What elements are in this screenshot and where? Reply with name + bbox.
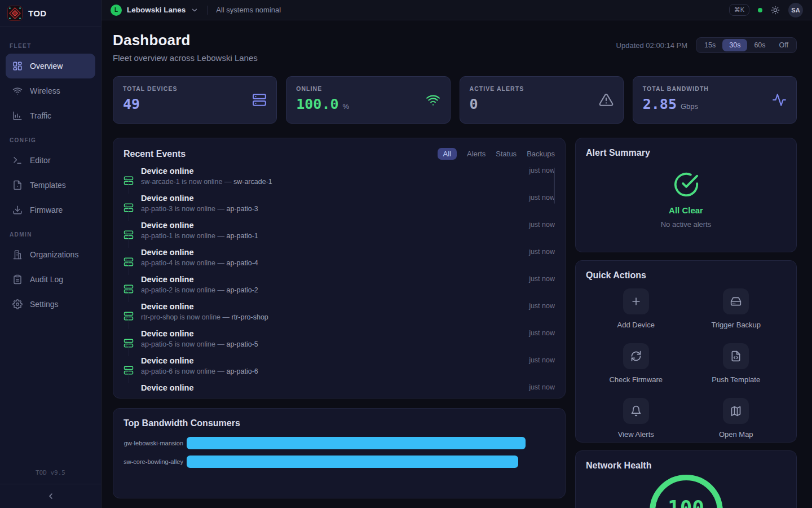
event-row[interactable]: Device online ap-patio-2 is now online —…	[123, 275, 555, 302]
nav-section-label: CONFIG	[10, 137, 91, 143]
action-add-device[interactable]: Add Device	[586, 288, 686, 329]
event-device: ap-patio-2	[226, 286, 258, 294]
tab-all[interactable]: All	[438, 148, 457, 160]
action-open-map[interactable]: Open Map	[686, 398, 787, 439]
tab-status[interactable]: Status	[496, 148, 517, 160]
event-device: sw-arcade-1	[233, 178, 272, 186]
page-title: Dashboard	[113, 32, 258, 49]
sidebar-item-label: Firmware	[30, 205, 63, 214]
recent-events-title: Recent Events	[123, 149, 186, 159]
interval-60s[interactable]: 60s	[747, 39, 772, 51]
event-time: just now	[529, 356, 555, 383]
sidebar-collapse-button[interactable]	[0, 484, 101, 508]
alert-subtext: No active alerts	[661, 220, 712, 229]
server-icon	[123, 357, 134, 383]
event-row[interactable]: Device online ap-patio-4 is now online —…	[123, 248, 555, 275]
action-push-template[interactable]: Push Template	[686, 343, 787, 384]
quick-action-label: Open Map	[719, 430, 753, 439]
server-icon	[123, 276, 134, 302]
alert-summary-panel: Alert Summary All Clear No active alerts	[575, 138, 797, 252]
sidebar-item-templates[interactable]: Templates	[6, 173, 95, 198]
stats-row: TOTAL DEVICES 49 ONLINE 100.0 % ACTIVE A…	[113, 76, 797, 124]
alert-status: All Clear	[669, 205, 703, 215]
event-title: Device online	[141, 383, 522, 391]
sidebar-item-editor[interactable]: Editor	[6, 148, 95, 173]
quick-action-label: Add Device	[617, 321, 655, 329]
sidebar-item-label: Templates	[30, 181, 66, 190]
sidebar-item-settings[interactable]: Settings	[6, 292, 95, 317]
clipboard-icon	[12, 274, 23, 284]
event-row[interactable]: Device online — just now	[123, 383, 555, 391]
chart-icon	[12, 111, 23, 121]
event-row[interactable]: Device online ap-patio-1 is now online —…	[123, 221, 555, 248]
sun-icon[interactable]	[771, 6, 780, 15]
action-view-alerts[interactable]: View Alerts	[586, 398, 686, 439]
server-icon	[123, 303, 134, 329]
interval-15s[interactable]: 15s	[698, 39, 722, 51]
network-health-score: 100	[668, 496, 704, 508]
event-row[interactable]: Device online rtr-pro-shop is now online…	[123, 302, 555, 329]
quick-action-label: Push Template	[712, 375, 760, 384]
org-name: Lebowski Lanes	[127, 6, 186, 14]
event-time: just now	[529, 167, 555, 194]
stat-value: 49	[123, 96, 140, 112]
event-title: Device online	[141, 248, 522, 257]
command-palette-shortcut[interactable]: ⌘K	[729, 4, 749, 16]
stat-card-total-bandwidth: TOTAL BANDWIDTH 2.85 Gbps	[633, 76, 797, 124]
event-row[interactable]: Device online ap-patio-3 is now online —…	[123, 194, 555, 221]
sidebar-item-label: Wireless	[30, 86, 60, 95]
event-detail: ap-patio-2 is now online — ap-patio-2	[141, 286, 522, 294]
system-status-text: All systems nominal	[216, 6, 281, 14]
server-icon	[252, 93, 267, 107]
event-row[interactable]: Device online sw-arcade-1 is now online …	[123, 167, 555, 194]
action-check-firmware[interactable]: Check Firmware	[586, 343, 686, 384]
org-picker[interactable]: L Lebowski Lanes	[111, 5, 198, 16]
stat-card-online: ONLINE 100.0 %	[286, 76, 450, 124]
topbar: L Lebowski Lanes All systems nominal ⌘K …	[102, 0, 812, 20]
sidebar-item-audit-log[interactable]: Audit Log	[6, 267, 95, 292]
interval-off[interactable]: Off	[773, 39, 795, 51]
server-icon	[123, 249, 134, 275]
tab-backups[interactable]: Backups	[527, 148, 555, 160]
event-time: just now	[529, 221, 555, 248]
events-scrollbar-thumb[interactable]	[554, 168, 555, 204]
bandwidth-title: Top Bandwidth Consumers	[123, 418, 555, 428]
quick-action-label: Check Firmware	[609, 375, 663, 384]
page-subtitle: Fleet overview across Lebowski Lanes	[113, 53, 258, 63]
wifi-icon	[12, 86, 23, 96]
bandwidth-bar	[187, 437, 526, 449]
quick-actions-title: Quick Actions	[586, 270, 786, 281]
terminal-icon	[12, 155, 23, 165]
event-detail: ap-patio-4 is now online — ap-patio-4	[141, 259, 522, 267]
sidebar-item-overview[interactable]: Overview	[6, 54, 95, 78]
app-brand: TOD	[28, 8, 47, 18]
stat-value: 100.0	[296, 96, 338, 112]
event-detail: sw-arcade-1 is now online — sw-arcade-1	[141, 178, 522, 186]
event-time: just now	[529, 248, 555, 275]
action-trigger-backup[interactable]: Trigger Backup	[686, 288, 787, 329]
interval-30s[interactable]: 30s	[722, 39, 747, 51]
sidebar-item-label: Traffic	[30, 111, 51, 120]
event-detail: ap-patio-5 is now online — ap-patio-5	[141, 340, 522, 348]
event-row[interactable]: Device online ap-patio-5 is now online —…	[123, 329, 555, 356]
event-time: just now	[529, 383, 555, 391]
sidebar-item-firmware[interactable]: Firmware	[6, 198, 95, 222]
event-detail: ap-patio-6 is now online — ap-patio-6	[141, 367, 522, 375]
sidebar-item-traffic[interactable]: Traffic	[6, 103, 95, 128]
nav-section-label: FLEET	[10, 43, 91, 49]
bandwidth-bar	[187, 456, 518, 468]
event-device: ap-patio-3	[226, 205, 258, 213]
file-icon	[12, 180, 23, 190]
event-detail: ap-patio-1 is now online — ap-patio-1	[141, 232, 522, 240]
sidebar-item-label: Audit Log	[30, 275, 63, 284]
event-row[interactable]: Device online ap-patio-6 is now online —…	[123, 356, 555, 383]
sidebar-item-label: Editor	[30, 156, 51, 165]
server-icon	[123, 168, 134, 194]
server-icon	[123, 195, 134, 221]
user-avatar[interactable]: SA	[788, 3, 803, 17]
tab-alerts[interactable]: Alerts	[467, 148, 486, 160]
event-device: ap-patio-6	[226, 367, 258, 375]
sidebar-item-organizations[interactable]: Organizations	[6, 242, 95, 267]
sidebar-nav: FLEET Overview Wireless Traffic CONFIG E…	[0, 27, 101, 466]
sidebar-item-wireless[interactable]: Wireless	[6, 78, 95, 103]
